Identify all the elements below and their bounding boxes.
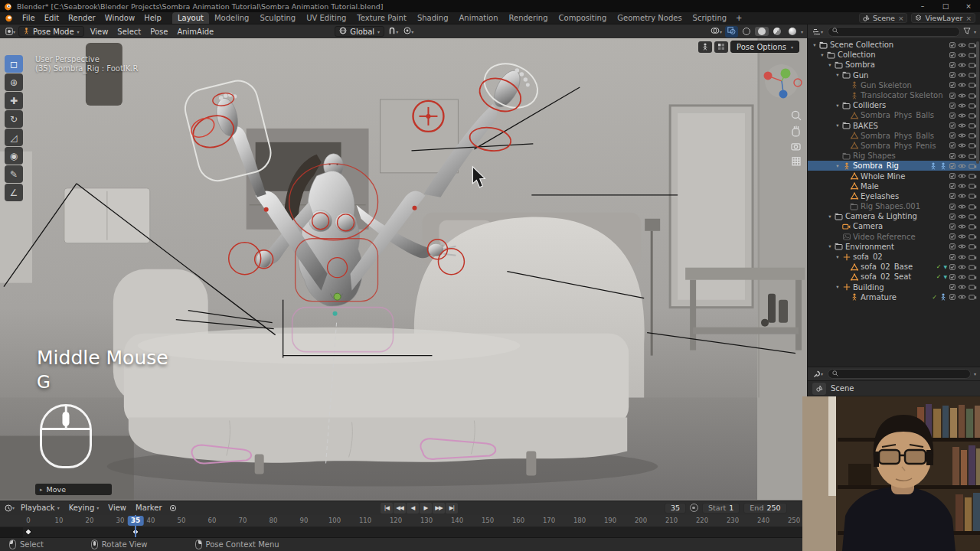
- current-frame-field[interactable]: 35: [665, 503, 686, 514]
- checkbox-icon[interactable]: [949, 163, 956, 169]
- scene-properties-tab[interactable]: [812, 383, 826, 395]
- move-tool[interactable]: ✚: [5, 92, 23, 109]
- render-visibility-camera-icon[interactable]: [969, 223, 977, 230]
- rendered-shading-button[interactable]: [786, 27, 799, 36]
- tab-compositing[interactable]: Compositing: [554, 12, 612, 24]
- outliner-row-translocator-skeleton[interactable]: Translocator Skeleton: [808, 90, 980, 100]
- outliner-row-camera-lighting[interactable]: ▾Camera & Lighting: [808, 211, 980, 221]
- render-visibility-camera-icon[interactable]: [969, 173, 977, 179]
- eye-icon[interactable]: [958, 112, 966, 119]
- bone-layers-icon[interactable]: [714, 41, 728, 53]
- pose-icon[interactable]: [929, 162, 937, 170]
- expand-arrow-icon[interactable]: ▾: [834, 254, 841, 260]
- tab-geometry-nodes[interactable]: Geometry Nodes: [612, 12, 687, 24]
- menu-window[interactable]: Window: [100, 12, 139, 24]
- eye-icon[interactable]: [958, 42, 966, 48]
- checkbox-icon[interactable]: [949, 254, 956, 260]
- blender-menu-icon[interactable]: [0, 12, 18, 24]
- eye-icon[interactable]: [958, 274, 966, 280]
- gizmo-x-axis[interactable]: [764, 71, 773, 80]
- solid-shading-button[interactable]: [755, 27, 769, 36]
- gizmo-y-axis[interactable]: [781, 68, 791, 78]
- checkbox-icon[interactable]: [949, 183, 956, 189]
- render-visibility-camera-icon[interactable]: [969, 204, 977, 210]
- render-visibility-camera-icon[interactable]: [969, 294, 977, 300]
- eye-icon[interactable]: [958, 93, 966, 99]
- pose-options-dropdown[interactable]: Pose Options ▾: [730, 41, 799, 53]
- render-visibility-camera-icon[interactable]: [969, 243, 977, 249]
- outliner-row-gun[interactable]: ▾Gun: [808, 70, 980, 80]
- measure-tool[interactable]: ∠: [5, 184, 23, 201]
- eye-icon[interactable]: [958, 173, 966, 179]
- tab-sculpting[interactable]: Sculpting: [254, 12, 301, 24]
- keyframe-marker[interactable]: [24, 528, 32, 536]
- outliner-row-scene-collection[interactable]: ▾Scene Collection: [808, 40, 980, 50]
- check-icon[interactable]: ✓: [936, 263, 942, 270]
- checkbox-icon[interactable]: [949, 42, 956, 48]
- outliner-scrollbar[interactable]: [976, 41, 979, 164]
- close-button[interactable]: ×: [957, 0, 980, 12]
- render-visibility-camera-icon[interactable]: [969, 284, 977, 290]
- checkbox-icon[interactable]: [949, 72, 956, 78]
- tab-shading[interactable]: Shading: [412, 12, 454, 24]
- expand-arrow-icon[interactable]: ▾: [834, 163, 841, 169]
- auto-keying-icon[interactable]: [690, 504, 698, 512]
- checkbox-icon[interactable]: [949, 132, 956, 139]
- menu-render[interactable]: Render: [64, 12, 100, 24]
- expand-arrow-icon[interactable]: ▾: [811, 42, 818, 48]
- checkbox-icon[interactable]: [949, 284, 956, 290]
- checkbox-icon[interactable]: [949, 294, 956, 300]
- playhead-label[interactable]: 35: [128, 516, 144, 526]
- render-visibility-camera-icon[interactable]: [969, 274, 977, 280]
- outliner-row-sombra-phys-balls[interactable]: Sombra_Phys_Balls: [808, 110, 980, 120]
- add-workspace-button[interactable]: +: [732, 14, 746, 22]
- sync-icon[interactable]: [167, 502, 180, 514]
- eye-icon[interactable]: [958, 142, 966, 148]
- frame-end-field[interactable]: End250: [743, 503, 786, 514]
- xray-toggle-button[interactable]: [725, 26, 738, 37]
- outliner-row-armature[interactable]: Armature✓: [808, 292, 980, 302]
- outliner-row-sombra-phys-penis[interactable]: Sombra_Phys_Penis: [808, 141, 980, 151]
- expand-arrow-icon[interactable]: ▾: [826, 214, 834, 220]
- jump-to-end-button[interactable]: ▶|: [446, 503, 458, 514]
- eye-icon[interactable]: [958, 223, 966, 230]
- eye-icon[interactable]: [958, 103, 966, 109]
- checkbox-icon[interactable]: [949, 204, 956, 210]
- menu-help[interactable]: Help: [139, 12, 166, 24]
- material-shading-button[interactable]: [770, 27, 784, 36]
- outliner-row-whole-mine[interactable]: Whole Mine: [808, 171, 980, 181]
- render-visibility-camera-icon[interactable]: [969, 233, 977, 240]
- eye-icon[interactable]: [958, 254, 966, 260]
- tab-texture-paint[interactable]: Texture Paint: [351, 12, 412, 24]
- outliner-row-eyelashes[interactable]: Eyelashes: [808, 191, 980, 201]
- tab-layout[interactable]: Layout: [172, 12, 209, 24]
- check-icon[interactable]: ✓: [936, 273, 942, 280]
- render-visibility-camera-icon[interactable]: [969, 254, 977, 260]
- checkbox-icon[interactable]: [949, 112, 956, 119]
- outliner-row-sombra-phys-balls[interactable]: Sombra_Phys_Balls: [808, 131, 980, 141]
- outliner-row-gun-skeleton[interactable]: Gun Skeleton: [808, 80, 980, 90]
- eye-icon[interactable]: [958, 183, 966, 189]
- menu-animaide[interactable]: AnimAide: [172, 28, 218, 36]
- checkbox-icon[interactable]: [949, 62, 956, 68]
- eye-icon[interactable]: [958, 243, 966, 249]
- expand-arrow-icon[interactable]: ▾: [818, 52, 826, 58]
- pose-icon[interactable]: [939, 293, 947, 301]
- 3d-scene[interactable]: [0, 38, 807, 500]
- outliner-row-sombra-rig[interactable]: ▾Sombra_Rig: [808, 161, 980, 171]
- menu-file[interactable]: File: [18, 12, 40, 24]
- panel-expand-arrow-icon[interactable]: ▸: [40, 487, 43, 493]
- menu-marker[interactable]: Marker: [131, 504, 167, 512]
- modifier-icon[interactable]: ▼: [943, 264, 947, 269]
- eye-icon[interactable]: [958, 52, 966, 58]
- expand-arrow-icon[interactable]: ▾: [826, 62, 834, 68]
- mode-dropdown[interactable]: Pose Mode ▾: [18, 26, 84, 37]
- outliner-row-sofa-02-seat[interactable]: sofa_02_Seat✓▼: [808, 272, 980, 282]
- outliner-row-sofa-02-base[interactable]: sofa_02_Base✓▼: [808, 262, 980, 272]
- properties-search-input[interactable]: [828, 369, 971, 379]
- outliner-row-sombra[interactable]: ▾Sombra: [808, 60, 980, 70]
- checkbox-icon[interactable]: [949, 103, 956, 109]
- menu-view[interactable]: View: [86, 28, 113, 36]
- eye-icon[interactable]: [958, 284, 966, 290]
- expand-arrow-icon[interactable]: ▾: [826, 243, 834, 249]
